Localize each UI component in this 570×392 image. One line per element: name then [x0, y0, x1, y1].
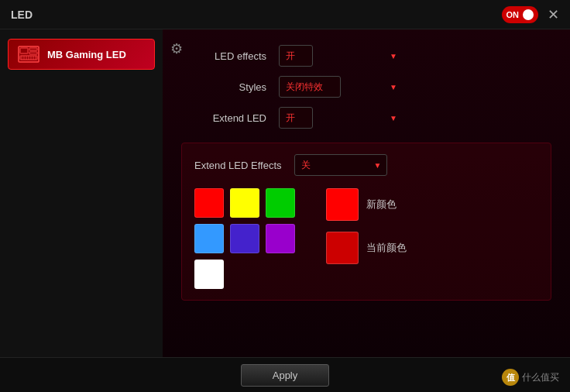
extend-led-select-wrapper: 开 关	[279, 107, 403, 129]
color-preview-area: 新颜色 当前颜色	[326, 188, 407, 264]
apply-button[interactable]: Apply	[241, 364, 330, 387]
new-color-row: 新颜色	[326, 188, 407, 221]
new-color-box[interactable]	[326, 188, 359, 221]
swatch-empty-2	[266, 260, 295, 289]
main-content: MB Gaming LED ⚙ LED effects 开 关 Styles	[0, 29, 570, 357]
color-swatches-grid	[194, 188, 295, 289]
settings-rows: LED effects 开 关 Styles 关闭特效 静态 呼吸	[181, 45, 551, 129]
toggle-circle	[523, 9, 534, 20]
close-button[interactable]: ✕	[548, 8, 559, 22]
styles-label: Styles	[197, 81, 266, 93]
bottom-bar: Apply	[0, 357, 570, 392]
styles-select-wrapper: 关闭特效 静态 呼吸	[279, 76, 403, 98]
title-bar: LED ON ✕	[0, 0, 570, 29]
extend-led-effects-panel: Extend LED Effects 关 开	[181, 143, 551, 301]
swatch-empty-1	[230, 260, 259, 289]
color-area: 新颜色 当前颜色	[194, 188, 538, 289]
led-effects-label: LED effects	[197, 50, 266, 62]
swatch-white[interactable]	[194, 260, 224, 289]
watermark-icon: 值	[502, 369, 519, 386]
watermark-text: 什么值买	[522, 371, 559, 384]
svg-rect-3	[29, 52, 37, 54]
toggle-label: ON	[506, 10, 520, 19]
right-panel: ⚙ LED effects 开 关 Styles 关闭特效 静态	[163, 29, 570, 357]
extend-led-label: Extend LED	[197, 112, 266, 124]
sidebar-item-mb-gaming-led[interactable]: MB Gaming LED	[8, 39, 155, 70]
svg-rect-2	[29, 48, 37, 50]
window-title: LED	[11, 9, 33, 21]
sidebar: MB Gaming LED	[0, 29, 163, 357]
extend-header: Extend LED Effects 关 开	[194, 154, 538, 176]
swatch-blue[interactable]	[194, 224, 224, 253]
sidebar-item-label: MB Gaming LED	[47, 49, 126, 60]
extend-effects-select[interactable]: 关 开	[294, 154, 387, 176]
extend-led-select[interactable]: 开 关	[279, 107, 313, 129]
swatch-red[interactable]	[194, 188, 224, 218]
svg-rect-1	[20, 48, 28, 53]
current-color-row: 当前颜色	[326, 232, 407, 264]
swatch-green[interactable]	[266, 188, 295, 218]
watermark: 值 什么值买	[502, 369, 559, 386]
styles-row: Styles 关闭特效 静态 呼吸	[197, 76, 551, 98]
power-toggle[interactable]: ON	[502, 6, 539, 23]
current-color-box	[326, 232, 359, 264]
led-effects-select-wrapper: 开 关	[279, 45, 403, 67]
swatch-yellow[interactable]	[230, 188, 259, 218]
swatch-purple[interactable]	[266, 224, 295, 253]
current-color-label: 当前颜色	[366, 241, 407, 255]
extend-effects-select-wrapper: 关 开	[294, 154, 387, 176]
styles-select[interactable]: 关闭特效 静态 呼吸	[279, 76, 341, 98]
new-color-label: 新颜色	[366, 198, 397, 211]
led-effects-select[interactable]: 开 关	[279, 45, 313, 67]
motherboard-icon	[18, 46, 39, 63]
extend-led-effects-label: Extend LED Effects	[194, 160, 282, 171]
extend-led-row: Extend LED 开 关	[197, 107, 551, 129]
title-bar-controls: ON ✕	[502, 6, 560, 23]
swatch-dark-blue[interactable]	[230, 224, 259, 253]
gear-icon: ⚙	[170, 40, 183, 57]
led-effects-row: LED effects 开 关	[197, 45, 551, 67]
